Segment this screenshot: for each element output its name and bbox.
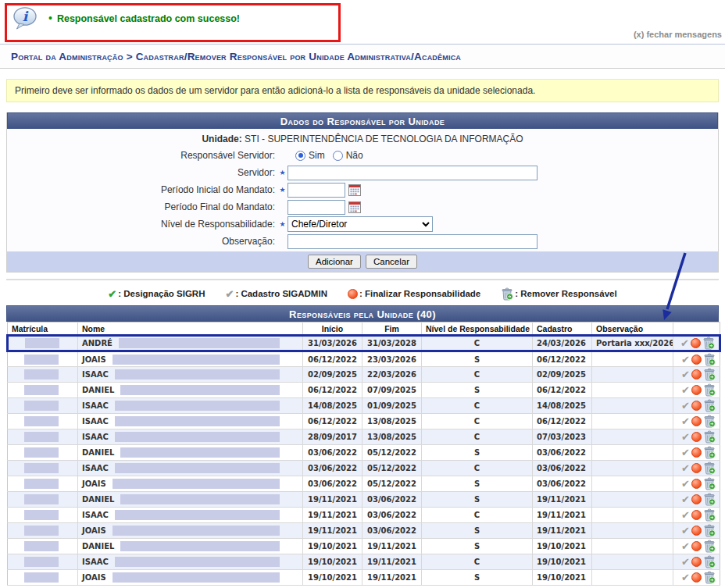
- actions-cell: ✔: [673, 414, 720, 429]
- fim-cell: 03/06/2022: [362, 492, 422, 508]
- redacted-matricula: [24, 526, 59, 536]
- periodo-final-input[interactable]: [288, 200, 345, 215]
- inicio-cell: 19/10/2021: [303, 539, 362, 554]
- observacao-cell: [592, 476, 673, 492]
- remover-responsavel-trash-icon[interactable]: [703, 540, 716, 553]
- nivel-row: Nível de Responsabilidade: ★ Chefe/Diret…: [7, 216, 718, 233]
- table-row: DANIEL 03/06/2022 05/12/2022 S 03/06/202…: [8, 445, 720, 461]
- nivel-select[interactable]: Chefe/Diretor: [288, 216, 433, 232]
- finalizar-responsabilidade-icon[interactable]: [691, 463, 702, 473]
- finalizar-responsabilidade-icon[interactable]: [691, 355, 702, 365]
- radio-sim[interactable]: [295, 151, 305, 161]
- remover-responsavel-trash-icon[interactable]: [703, 430, 716, 444]
- finalizar-responsabilidade-icon[interactable]: [691, 416, 702, 426]
- fim-cell: 22/03/2026: [362, 367, 422, 383]
- remover-responsavel-trash-icon[interactable]: [703, 477, 716, 490]
- redacted-matricula: [24, 432, 59, 442]
- redacted-nome: [112, 572, 280, 583]
- redacted-nome: [115, 432, 280, 442]
- remover-responsavel-trash-icon[interactable]: [703, 524, 716, 537]
- servidor-input[interactable]: [288, 166, 538, 180]
- nivel-cell: S: [422, 476, 533, 492]
- nivel-cell: C: [422, 398, 533, 414]
- nome-text: JOAIS: [82, 526, 106, 535]
- fim-cell: 01/09/2025: [362, 398, 422, 414]
- observacao-cell: [592, 351, 673, 367]
- remover-responsavel-trash-icon[interactable]: [703, 368, 716, 381]
- cancelar-button[interactable]: Cancelar: [366, 255, 417, 269]
- nome-cell: ISAAC: [78, 414, 303, 429]
- table-row: DANIEL 06/12/2022 07/09/2025 S 06/12/202…: [8, 383, 720, 398]
- finalizar-responsabilidade-icon[interactable]: [691, 338, 701, 348]
- radio-nao[interactable]: [333, 151, 343, 161]
- observacao-input[interactable]: [288, 234, 538, 249]
- remover-responsavel-trash-icon[interactable]: [703, 353, 716, 366]
- inicio-cell: 06/12/2022: [303, 414, 362, 429]
- matricula-cell: [8, 351, 78, 367]
- remover-responsavel-trash-icon[interactable]: [703, 415, 716, 428]
- actions-cell: ✔: [673, 461, 720, 476]
- radio-sim-label[interactable]: Sim: [309, 150, 325, 161]
- finalizar-responsabilidade-icon[interactable]: [691, 447, 702, 458]
- remover-responsavel-trash-icon[interactable]: [703, 461, 716, 475]
- remover-responsavel-trash-icon[interactable]: [703, 571, 716, 584]
- table-row: ISAAC 19/11/2021 03/06/2022 C 19/11/2021…: [8, 508, 720, 523]
- remover-responsavel-trash-icon[interactable]: [703, 508, 716, 522]
- finalizar-responsabilidade-icon[interactable]: [691, 369, 702, 380]
- inicio-cell: 03/06/2022: [303, 476, 362, 492]
- observacao-cell: [592, 367, 673, 383]
- observacao-label: Observação:: [7, 236, 277, 247]
- remover-responsavel-trash-icon[interactable]: [703, 399, 716, 412]
- success-message: i •Responsável cadastrado com sucesso!: [12, 6, 240, 30]
- finalizar-responsabilidade-icon[interactable]: [691, 557, 702, 567]
- inicio-cell: 19/10/2021: [303, 554, 362, 570]
- finalizar-responsabilidade-icon[interactable]: [691, 510, 702, 520]
- inicio-cell: 19/10/2021: [303, 570, 362, 586]
- cadastro-cell: 03/06/2022: [533, 476, 592, 492]
- remover-responsavel-trash-icon[interactable]: [703, 493, 716, 506]
- radio-nao-label[interactable]: Não: [346, 150, 363, 161]
- col-cadastro: Cadastro: [533, 323, 592, 336]
- observacao-cell: [592, 570, 673, 586]
- nome-text: ISAAC: [82, 433, 109, 441]
- close-messages-link[interactable]: (x) fechar mensagens: [634, 30, 722, 39]
- calendar-icon[interactable]: [348, 201, 361, 213]
- remover-responsavel-trash-icon[interactable]: [703, 555, 716, 568]
- observacao-cell: [592, 429, 673, 445]
- redacted-nome: [120, 541, 280, 551]
- legend-finalizar: : Finalizar Responsabilidade: [348, 289, 480, 299]
- finalizar-responsabilidade-icon[interactable]: [691, 401, 702, 411]
- redacted-matricula: [24, 416, 59, 426]
- required-star: ★: [277, 186, 288, 194]
- remover-responsavel-trash-icon[interactable]: [703, 383, 716, 397]
- table-row: JOAIS 19/10/2021 19/11/2021 S 19/10/2021…: [8, 570, 720, 586]
- nivel-cell: S: [422, 383, 533, 398]
- finalizar-responsabilidade-icon[interactable]: [691, 541, 702, 551]
- remover-responsavel-trash-icon[interactable]: [702, 337, 715, 350]
- finalizar-responsabilidade-icon[interactable]: [691, 479, 702, 489]
- redacted-nome: [120, 494, 280, 504]
- nome-cell: DANIEL: [78, 383, 303, 398]
- finalizar-responsabilidade-icon[interactable]: [691, 494, 702, 504]
- nome-text: ANDRÉ: [82, 339, 112, 347]
- actions-cell: ✔: [673, 554, 720, 570]
- finalizar-responsabilidade-icon[interactable]: [691, 572, 702, 583]
- nivel-cell: C: [422, 461, 533, 476]
- matricula-cell: [8, 429, 78, 445]
- finalizar-responsabilidade-icon[interactable]: [691, 432, 702, 442]
- sigadmin-check-icon: ✔: [680, 337, 689, 349]
- periodo-inicial-input[interactable]: [288, 183, 345, 198]
- adicionar-button[interactable]: Adicionar: [308, 255, 361, 269]
- fim-cell: 13/08/2025: [362, 414, 422, 429]
- nivel-cell: C: [422, 554, 533, 570]
- matricula-cell: [8, 336, 78, 351]
- nome-cell: ISAAC: [78, 367, 303, 383]
- redacted-nome: [120, 447, 280, 458]
- observacao-cell: [592, 523, 673, 539]
- periodo-inicial-row: Período Inicial do Mandato: ★: [7, 181, 718, 198]
- remover-responsavel-trash-icon[interactable]: [703, 446, 716, 459]
- finalizar-responsabilidade-icon[interactable]: [691, 385, 702, 395]
- finalizar-responsabilidade-icon[interactable]: [691, 526, 702, 536]
- calendar-icon[interactable]: [348, 184, 361, 196]
- redacted-nome: [112, 526, 280, 536]
